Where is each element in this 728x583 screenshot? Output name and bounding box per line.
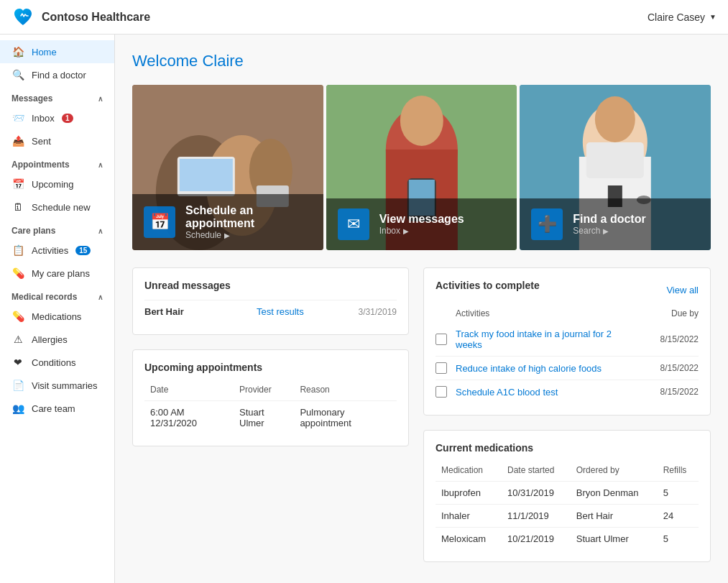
activity-name[interactable]: Track my food intake in a journal for 2 …	[456, 329, 640, 350]
med-date-started: 10/21/2019	[502, 528, 571, 551]
activity-due-date: 8/15/2022	[648, 387, 699, 397]
hero-card-1-sub: Schedule ▶	[185, 230, 312, 240]
message-subject[interactable]: Test results	[257, 306, 304, 317]
sidebar-item-inbox[interactable]: 📨 Inbox 1	[0, 106, 114, 129]
sidebar: 🏠 Home 🔍 Find a doctor Messages ∧ 📨 Inbo…	[0, 35, 115, 583]
sidebar-upcoming-label: Upcoming	[32, 179, 74, 190]
care-team-icon: 👥	[11, 403, 24, 414]
sidebar-inbox-label: Inbox	[32, 113, 55, 124]
sidebar-home-label: Home	[32, 47, 57, 58]
med-date-started: 10/31/2019	[502, 482, 571, 505]
user-menu[interactable]: Claire Casey ▼	[648, 12, 717, 23]
sidebar-visit-summaries-label: Visit summaries	[32, 380, 98, 391]
activity-checkbox[interactable]	[436, 334, 447, 345]
sidebar-item-activities[interactable]: 📋 Activities 15	[0, 239, 114, 262]
activity-checkbox[interactable]	[436, 386, 447, 398]
sidebar-schedule-new-label: Schedule new	[32, 202, 91, 213]
medical-records-section-label: Medical records	[11, 292, 77, 302]
med-ordered-by: Stuart Ulmer	[571, 528, 658, 551]
appointments-col-reason: Reason	[294, 382, 397, 401]
sidebar-allergies-label: Allergies	[32, 334, 68, 345]
hero-card-find-doctor[interactable]: ➕ Find a doctor Search ▶	[520, 85, 711, 250]
medications-icon: 💊	[11, 311, 24, 322]
sidebar-item-find-doctor[interactable]: 🔍 Find a doctor	[0, 63, 114, 86]
brand-area: Contoso Healthcare	[11, 6, 150, 29]
checkbox-spacer	[436, 308, 447, 318]
hero-card-3-icon: ➕	[531, 208, 563, 240]
sidebar-item-upcoming[interactable]: 📅 Upcoming	[0, 173, 114, 196]
hero-card-1-title: Schedule an appointment	[185, 204, 312, 230]
svg-point-18	[595, 96, 635, 142]
hero-card-schedule[interactable]: 📅 Schedule an appointment Schedule ▶	[132, 85, 323, 250]
appointment-row: 6:00 AM 12/31/2020 Stuart Ulmer Pulmonar…	[144, 401, 397, 435]
inbox-icon: 📨	[11, 112, 24, 124]
sidebar-item-allergies[interactable]: ⚠ Allergies	[0, 328, 114, 351]
inbox-badge: 1	[62, 114, 73, 123]
upcoming-appointments-panel: Upcoming appointments Date Provider Reas…	[132, 349, 409, 446]
allergies-icon: ⚠	[11, 334, 24, 345]
activity-name[interactable]: Schedule A1C blood test	[456, 387, 640, 398]
right-panel: Activities to complete View all Activiti…	[423, 267, 711, 562]
view-all-link[interactable]: View all	[666, 285, 699, 295]
upcoming-icon: 📅	[11, 178, 24, 190]
med-col-ordered-by: Ordered by	[571, 462, 658, 482]
appointments-chevron-icon: ∧	[98, 161, 103, 169]
activities-list: Track my food intake in a journal for 2 …	[436, 323, 699, 403]
unread-messages-title: Unread messages	[144, 280, 397, 291]
svg-point-11	[400, 96, 443, 146]
upcoming-appointments-title: Upcoming appointments	[144, 362, 397, 373]
activity-checkbox[interactable]	[436, 362, 447, 374]
med-refills: 24	[658, 505, 699, 528]
med-name: Meloxicam	[436, 528, 502, 551]
sidebar-item-conditions[interactable]: ❤ Conditions	[0, 351, 114, 374]
sidebar-find-doctor-label: Find a doctor	[32, 70, 86, 81]
sidebar-item-visit-summaries[interactable]: 📄 Visit summaries	[0, 374, 114, 397]
sidebar-item-sent[interactable]: 📤 Sent	[0, 129, 114, 152]
my-care-plans-icon: 💊	[11, 267, 24, 279]
med-col-medication: Medication	[436, 462, 502, 482]
sidebar-item-home[interactable]: 🏠 Home	[0, 40, 114, 63]
hero-card-3-overlay: ➕ Find a doctor Search ▶	[520, 198, 711, 250]
appointments-col-provider: Provider	[234, 382, 294, 401]
hero-card-1-arrow-icon: ▶	[224, 231, 230, 239]
med-col-date-started: Date started	[502, 462, 571, 482]
appointments-col-date: Date	[144, 382, 234, 401]
appt-reason: Pulmonary appointment	[294, 401, 397, 435]
care-plans-section-label: Care plans	[11, 226, 55, 236]
hero-card-2-icon: ✉	[338, 208, 369, 240]
sidebar-item-care-team[interactable]: 👥 Care team	[0, 397, 114, 420]
medical-records-chevron-icon: ∧	[98, 293, 103, 301]
sidebar-activities-label: Activities	[32, 245, 68, 256]
medication-row: Meloxicam 10/21/2019 Stuart Ulmer 5	[436, 528, 699, 551]
sidebar-item-my-care-plans[interactable]: 💊 My care plans	[0, 262, 114, 285]
activity-name[interactable]: Reduce intake of high calorie foods	[456, 363, 640, 374]
layout: 🏠 Home 🔍 Find a doctor Messages ∧ 📨 Inbo…	[0, 35, 728, 583]
sent-icon: 📤	[11, 135, 24, 147]
care-plans-section-header: Care plans ∧	[0, 219, 114, 239]
sidebar-item-medications[interactable]: 💊 Medications	[0, 305, 114, 328]
med-name: Ibuprofen	[436, 482, 502, 505]
medical-records-section-header: Medical records ∧	[0, 285, 114, 305]
activities-col-due: Due by	[648, 308, 699, 318]
hero-card-3-title: Find a doctor	[573, 213, 645, 226]
sidebar-care-team-label: Care team	[32, 403, 75, 414]
sidebar-item-schedule-new[interactable]: 🗓 Schedule new	[0, 196, 114, 219]
activity-due-date: 8/15/2022	[648, 334, 699, 344]
medication-row: Inhaler 11/1/2019 Bert Hair 24	[436, 505, 699, 528]
brand-logo	[11, 6, 34, 29]
main-content: Welcome Claire 📅 Schedule an appoi	[115, 35, 728, 583]
activity-due-date: 8/15/2022	[648, 363, 699, 373]
care-plans-chevron-icon: ∧	[98, 227, 103, 235]
message-row: Bert Hair Test results 3/31/2019	[144, 300, 397, 323]
med-ordered-by: Bryon Denman	[571, 482, 658, 505]
brand-title: Contoso Healthcare	[42, 11, 150, 24]
hero-card-1-icon: 📅	[144, 206, 175, 238]
messages-section-label: Messages	[11, 93, 52, 104]
appointments-section-header: Appointments ∧	[0, 152, 114, 173]
messages-chevron-icon: ∧	[98, 95, 103, 103]
user-name: Claire Casey	[648, 12, 705, 23]
med-date-started: 11/1/2019	[502, 505, 571, 528]
activities-col-name: Activities	[456, 308, 640, 318]
hero-card-messages[interactable]: ✉ View messages Inbox ▶	[326, 85, 517, 250]
appointments-section-label: Appointments	[11, 160, 70, 170]
